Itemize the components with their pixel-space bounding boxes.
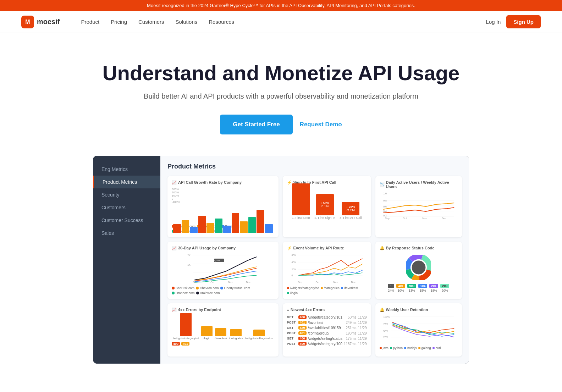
chart-legend-event: /widgets/category/sd /categories /favori… — [287, 286, 367, 295]
svg-text:Dec: Dec — [442, 217, 446, 220]
request-demo-button[interactable]: Request Demo — [300, 121, 342, 128]
banner-text: Moesif recognized in the 2024 Gartner® H… — [147, 3, 415, 8]
svg-text:Sep: Sep — [298, 281, 302, 283]
status-legend: ··· 24% 401 10% 900 13% 104 — [380, 284, 458, 292]
chart-icon-list: ≡ — [287, 308, 289, 312]
svg-text:600: 600 — [291, 254, 296, 256]
chart-icon-funnel: ⚡ — [287, 180, 292, 185]
chart-icon-status: 🔔 — [380, 246, 385, 250]
navbar: M moesif Product Pricing Customers Solut… — [0, 11, 562, 33]
hero-buttons: Get Started Free Request Demo — [7, 115, 555, 134]
chart-icon-30day: 📈 — [172, 246, 177, 250]
get-started-button[interactable]: Get Started Free — [220, 115, 292, 134]
logo-icon: M — [21, 16, 34, 28]
login-button[interactable]: Log In — [486, 19, 501, 25]
hero-title: Understand and Monetize API Usage — [7, 61, 555, 85]
bar-chart-api-growth — [172, 204, 274, 233]
announcement-banner: Moesif recognized in the 2024 Gartner® H… — [0, 0, 562, 11]
nav-product[interactable]: Product — [81, 19, 99, 25]
error-row-1: POST 401 /favorites/ 249ms 11/29 — [287, 320, 367, 325]
nav-solutions[interactable]: Solutions — [176, 19, 198, 25]
svg-text:1.0: 1.0 — [383, 192, 387, 195]
sidebar-item-sales[interactable]: Sales — [93, 227, 160, 239]
chart-30day-api: 📈 30-Day API Usage by Company 2K 1K Quot… — [167, 242, 279, 299]
svg-text:0.6: 0.6 — [383, 205, 387, 208]
svg-text:Dec: Dec — [246, 281, 250, 283]
chart-title-api-growth: 📈 API Call Growth Rate by Company — [172, 180, 274, 185]
error-row-5: POST 400 /widgets/category/100 1187ms 11… — [287, 341, 367, 347]
chart-newest-4xx: ≡ Newest 4xx Errors GET 400 /widgets/cat… — [283, 303, 371, 357]
chart-icon-api-growth: 📈 — [172, 180, 177, 185]
error-row-4: GET 400 /widgets/selling/status 175ms 11… — [287, 336, 367, 341]
sidebar-item-customer-success[interactable]: Customer Success — [93, 214, 160, 227]
svg-text:200: 200 — [291, 268, 296, 271]
error-row-2: GET 429 /availabilities/109159 251ms 11/… — [287, 325, 367, 331]
svg-text:Oct: Oct — [403, 217, 407, 220]
chart-api-growth: 📈 API Call Growth Rate by Company 300%20… — [167, 176, 279, 237]
chart-sign-in-funnel: ⚡ Sign In to First API Call 1. First See… — [283, 176, 371, 237]
error-list: GET 400 /widgets/category/101 50ms 11/29… — [287, 315, 367, 347]
signup-button[interactable]: Sign Up — [506, 15, 541, 28]
nav-pricing[interactable]: Pricing — [111, 19, 127, 25]
bar-chart-4xx: /widgets/category/sd /login /favorites/ — [172, 315, 274, 340]
dashboard-preview: Eng Metrics Product Metrics Security Cus… — [93, 156, 469, 364]
svg-text:2K: 2K — [187, 254, 191, 256]
chart-title-4xx: 📈 4xx Errors by Endpoint — [172, 308, 274, 312]
chart-dau-wau: 📉 Daily Active Users / Weekly Active Use… — [375, 176, 462, 237]
event-volume-svg: 600 400 200 0 Sep Oct — [287, 253, 367, 283]
main-content: Product Metrics 📈 API Call Growth Rate b… — [160, 156, 469, 364]
30day-svg: 2K 1K Quota Sep — [172, 253, 274, 283]
svg-text:0.4: 0.4 — [383, 210, 387, 212]
svg-text:100%: 100% — [383, 316, 390, 318]
retention-legend: java python nodejs golang curl — [380, 346, 458, 350]
svg-text:Dec: Dec — [351, 281, 356, 283]
retention-svg: 100% 75% 50% 25% — [380, 315, 458, 343]
chart-icon-retention: 🔔 — [380, 308, 385, 312]
sidebar-item-eng-metrics[interactable]: Eng Metrics — [93, 163, 160, 176]
error-row-0: GET 400 /widgets/category/101 50ms 11/29 — [287, 315, 367, 320]
chart-title-30day: 📈 30-Day API Usage by Company — [172, 246, 274, 250]
chart-response-status: 🔔 By Response Status Code — [375, 242, 462, 299]
chart-icon-event: ⚡ — [287, 246, 292, 250]
trusted-section: Trusted by leading AI and API products — [0, 385, 562, 392]
sidebar-item-security[interactable]: Security — [93, 188, 160, 201]
dau-wau-svg: Sep Oct Nov Dec 1.0 0.8 0.6 0.4 0.2 — [380, 192, 458, 220]
svg-text:Oct: Oct — [210, 281, 214, 283]
nav-actions: Log In Sign Up — [486, 15, 541, 28]
nav-customers[interactable]: Customers — [138, 19, 164, 25]
error-row-3: POST 401 /config/group/ 193ms 11/29 — [287, 331, 367, 336]
section-title: Product Metrics — [167, 163, 462, 170]
hero-subtitle: Build better AI and API products with a … — [7, 92, 555, 100]
svg-text:400: 400 — [291, 261, 296, 264]
sidebar-item-product-metrics[interactable]: Product Metrics — [93, 176, 160, 188]
logo[interactable]: M moesif — [21, 16, 60, 28]
svg-text:0.8: 0.8 — [383, 199, 387, 202]
svg-text:Sep: Sep — [385, 217, 390, 220]
nav-resources[interactable]: Resources — [209, 19, 234, 25]
nav-links: Product Pricing Customers Solutions Reso… — [81, 19, 486, 25]
funnel-chart: 1. First Seen ↓ 53% ⏱ 17d 2. First Sign-… — [287, 188, 367, 220]
chart-title-newest-4xx: ≡ Newest 4xx Errors — [287, 308, 367, 312]
chart-area-api-growth: 300%200%100%0-100% — [172, 188, 274, 223]
svg-text:Sep: Sep — [193, 281, 197, 283]
svg-text:0.2: 0.2 — [383, 214, 387, 217]
chart-event-volume: ⚡ Event Volume by API Route 600 400 200 … — [283, 242, 371, 299]
svg-text:0: 0 — [291, 274, 293, 277]
chart-title-status: 🔔 By Response Status Code — [380, 246, 458, 250]
4xx-badges: 400 401 — [172, 342, 274, 346]
chart-icon-4xx: 📈 — [172, 308, 177, 312]
svg-text:Nov: Nov — [422, 217, 427, 220]
svg-text:Oct: Oct — [315, 281, 319, 283]
chart-title-retention: 🔔 Weekly User Retention — [380, 308, 458, 312]
svg-text:Quota: Quota — [214, 259, 220, 261]
sidebar-item-customers[interactable]: Customers — [93, 201, 160, 214]
chart-title-event: ⚡ Event Volume by API Route — [287, 246, 367, 250]
svg-text:25%: 25% — [383, 336, 388, 338]
pie-chart-svg — [406, 255, 431, 280]
hero-section: Understand and Monetize API Usage Build … — [0, 33, 562, 156]
svg-point-42 — [412, 260, 425, 274]
svg-text:Nov: Nov — [228, 281, 233, 283]
pie-area — [380, 253, 458, 282]
chart-4xx-errors: 📈 4xx Errors by Endpoint /widgets/catego… — [167, 303, 279, 357]
chart-weekly-retention: 🔔 Weekly User Retention 100% 75% 50% 25% — [375, 303, 462, 357]
